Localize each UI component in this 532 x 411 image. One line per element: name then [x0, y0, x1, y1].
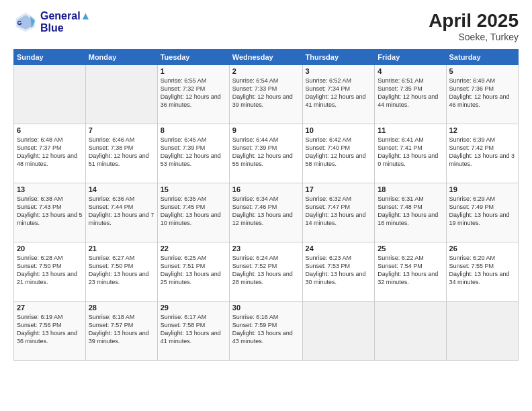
calendar-cell — [375, 302, 446, 361]
day-info: Sunrise: 6:18 AM Sunset: 7:57 PM Dayligh… — [89, 313, 154, 346]
svg-text:G: G — [17, 19, 21, 26]
day-number: 2 — [232, 67, 300, 75]
month-title: April 2025 — [429, 10, 519, 32]
day-number: 10 — [306, 126, 372, 134]
calendar-cell: 29Sunrise: 6:17 AM Sunset: 7:58 PM Dayli… — [157, 302, 229, 361]
day-info: Sunrise: 6:25 AM Sunset: 7:51 PM Dayligh… — [161, 254, 226, 287]
day-number: 5 — [449, 67, 515, 75]
calendar-cell: 5Sunrise: 6:49 AM Sunset: 7:36 PM Daylig… — [446, 65, 518, 124]
day-number: 28 — [89, 304, 154, 312]
calendar-cell: 6Sunrise: 6:48 AM Sunset: 7:37 PM Daylig… — [14, 124, 86, 183]
calendar-cell: 16Sunrise: 6:34 AM Sunset: 7:46 PM Dayli… — [229, 183, 302, 242]
day-number: 17 — [306, 185, 372, 193]
day-number: 24 — [306, 244, 372, 253]
calendar-cell — [302, 302, 375, 361]
day-number: 13 — [17, 185, 83, 193]
calendar-cell: 25Sunrise: 6:22 AM Sunset: 7:54 PM Dayli… — [375, 242, 446, 302]
day-info: Sunrise: 6:54 AM Sunset: 7:33 PM Dayligh… — [232, 77, 300, 109]
day-number: 27 — [17, 304, 83, 312]
calendar-table: SundayMondayTuesdayWednesdayThursdayFrid… — [13, 49, 519, 361]
calendar-cell — [14, 65, 86, 124]
day-number: 11 — [378, 126, 443, 134]
calendar-cell — [85, 65, 157, 124]
week-row-4: 27Sunrise: 6:19 AM Sunset: 7:56 PM Dayli… — [14, 302, 519, 361]
day-number: 1 — [161, 67, 226, 75]
calendar-cell: 4Sunrise: 6:51 AM Sunset: 7:35 PM Daylig… — [375, 65, 446, 124]
day-info: Sunrise: 6:23 AM Sunset: 7:53 PM Dayligh… — [306, 254, 372, 287]
day-number: 9 — [232, 126, 300, 134]
header: G General▲ Blue April 2025 Soeke, Turkey — [13, 10, 519, 42]
week-row-3: 20Sunrise: 6:28 AM Sunset: 7:50 PM Dayli… — [14, 242, 519, 302]
day-info: Sunrise: 6:22 AM Sunset: 7:54 PM Dayligh… — [378, 254, 443, 287]
day-info: Sunrise: 6:16 AM Sunset: 7:59 PM Dayligh… — [232, 313, 300, 346]
day-number: 15 — [161, 185, 226, 193]
day-number: 18 — [378, 185, 443, 193]
day-number: 6 — [17, 126, 83, 134]
day-number: 21 — [89, 244, 154, 253]
day-header-friday: Friday — [375, 50, 446, 65]
location-title: Soeke, Turkey — [429, 32, 519, 42]
calendar-cell: 3Sunrise: 6:52 AM Sunset: 7:34 PM Daylig… — [302, 65, 375, 124]
day-number: 26 — [449, 244, 515, 253]
day-header-thursday: Thursday — [302, 50, 375, 65]
day-number: 16 — [232, 185, 300, 193]
day-info: Sunrise: 6:45 AM Sunset: 7:39 PM Dayligh… — [161, 136, 226, 169]
day-info: Sunrise: 6:24 AM Sunset: 7:52 PM Dayligh… — [232, 254, 300, 287]
day-number: 8 — [161, 126, 226, 134]
calendar-cell: 9Sunrise: 6:44 AM Sunset: 7:39 PM Daylig… — [229, 124, 302, 183]
calendar-cell: 12Sunrise: 6:39 AM Sunset: 7:42 PM Dayli… — [446, 124, 518, 183]
calendar-cell: 20Sunrise: 6:28 AM Sunset: 7:50 PM Dayli… — [14, 242, 86, 302]
day-header-sunday: Sunday — [14, 50, 86, 65]
day-info: Sunrise: 6:39 AM Sunset: 7:42 PM Dayligh… — [449, 136, 515, 169]
day-header-wednesday: Wednesday — [229, 50, 302, 65]
day-info: Sunrise: 6:36 AM Sunset: 7:44 PM Dayligh… — [89, 195, 154, 228]
logo-text: General▲ Blue — [40, 10, 91, 34]
calendar-cell: 27Sunrise: 6:19 AM Sunset: 7:56 PM Dayli… — [14, 302, 86, 361]
calendar-cell: 18Sunrise: 6:31 AM Sunset: 7:48 PM Dayli… — [375, 183, 446, 242]
calendar-cell — [446, 302, 518, 361]
calendar-cell: 17Sunrise: 6:32 AM Sunset: 7:47 PM Dayli… — [302, 183, 375, 242]
day-info: Sunrise: 6:55 AM Sunset: 7:32 PM Dayligh… — [161, 77, 226, 109]
calendar-cell: 19Sunrise: 6:29 AM Sunset: 7:49 PM Dayli… — [446, 183, 518, 242]
day-number: 30 — [232, 304, 300, 312]
week-row-2: 13Sunrise: 6:38 AM Sunset: 7:43 PM Dayli… — [14, 183, 519, 242]
calendar-cell: 11Sunrise: 6:41 AM Sunset: 7:41 PM Dayli… — [375, 124, 446, 183]
calendar-cell: 10Sunrise: 6:42 AM Sunset: 7:40 PM Dayli… — [302, 124, 375, 183]
day-info: Sunrise: 6:27 AM Sunset: 7:50 PM Dayligh… — [89, 254, 154, 287]
calendar-cell: 1Sunrise: 6:55 AM Sunset: 7:32 PM Daylig… — [157, 65, 229, 124]
calendar-cell: 26Sunrise: 6:20 AM Sunset: 7:55 PM Dayli… — [446, 242, 518, 302]
week-row-0: 1Sunrise: 6:55 AM Sunset: 7:32 PM Daylig… — [14, 65, 519, 124]
calendar-cell: 13Sunrise: 6:38 AM Sunset: 7:43 PM Dayli… — [14, 183, 86, 242]
day-info: Sunrise: 6:41 AM Sunset: 7:41 PM Dayligh… — [378, 136, 443, 169]
calendar-cell: 2Sunrise: 6:54 AM Sunset: 7:33 PM Daylig… — [229, 65, 302, 124]
day-number: 14 — [89, 185, 154, 193]
calendar-cell: 24Sunrise: 6:23 AM Sunset: 7:53 PM Dayli… — [302, 242, 375, 302]
calendar-cell: 14Sunrise: 6:36 AM Sunset: 7:44 PM Dayli… — [85, 183, 157, 242]
day-info: Sunrise: 6:28 AM Sunset: 7:50 PM Dayligh… — [17, 254, 83, 287]
logo-icon: G — [13, 10, 38, 34]
title-block: April 2025 Soeke, Turkey — [429, 10, 519, 42]
calendar-cell: 30Sunrise: 6:16 AM Sunset: 7:59 PM Dayli… — [229, 302, 302, 361]
day-info: Sunrise: 6:17 AM Sunset: 7:58 PM Dayligh… — [161, 313, 226, 346]
day-info: Sunrise: 6:34 AM Sunset: 7:46 PM Dayligh… — [232, 195, 300, 228]
day-header-saturday: Saturday — [446, 50, 518, 65]
calendar-cell: 15Sunrise: 6:35 AM Sunset: 7:45 PM Dayli… — [157, 183, 229, 242]
day-info: Sunrise: 6:20 AM Sunset: 7:55 PM Dayligh… — [449, 254, 515, 287]
day-info: Sunrise: 6:42 AM Sunset: 7:40 PM Dayligh… — [306, 136, 372, 169]
day-number: 19 — [449, 185, 515, 193]
day-info: Sunrise: 6:35 AM Sunset: 7:45 PM Dayligh… — [161, 195, 226, 228]
day-number: 29 — [161, 304, 226, 312]
calendar-cell: 7Sunrise: 6:46 AM Sunset: 7:38 PM Daylig… — [85, 124, 157, 183]
day-number: 4 — [378, 67, 443, 75]
day-info: Sunrise: 6:49 AM Sunset: 7:36 PM Dayligh… — [449, 77, 515, 109]
calendar-cell: 8Sunrise: 6:45 AM Sunset: 7:39 PM Daylig… — [157, 124, 229, 183]
header-row: SundayMondayTuesdayWednesdayThursdayFrid… — [14, 50, 519, 65]
day-number: 7 — [89, 126, 154, 134]
calendar-cell: 28Sunrise: 6:18 AM Sunset: 7:57 PM Dayli… — [85, 302, 157, 361]
day-number: 12 — [449, 126, 515, 134]
day-info: Sunrise: 6:44 AM Sunset: 7:39 PM Dayligh… — [232, 136, 300, 169]
day-number: 25 — [378, 244, 443, 253]
day-info: Sunrise: 6:48 AM Sunset: 7:37 PM Dayligh… — [17, 136, 83, 169]
day-info: Sunrise: 6:31 AM Sunset: 7:48 PM Dayligh… — [378, 195, 443, 228]
day-number: 20 — [17, 244, 83, 253]
